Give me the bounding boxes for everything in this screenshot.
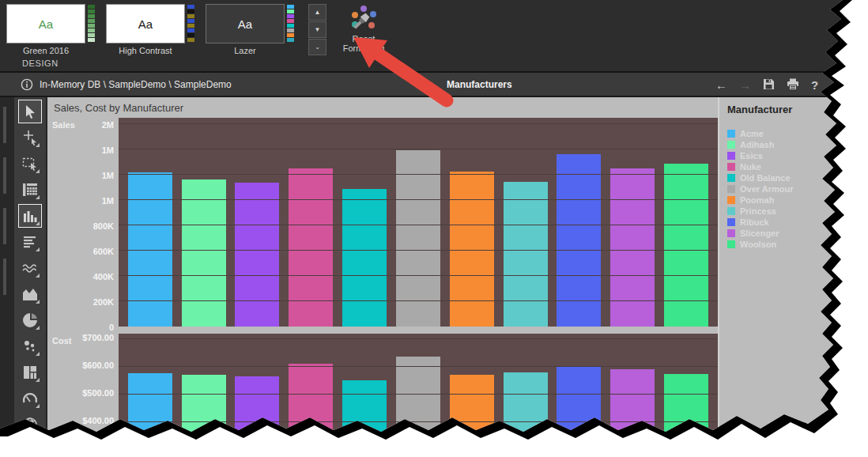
- axis-tick-label: 1M: [102, 145, 114, 155]
- sparkline-tool[interactable]: [18, 256, 42, 280]
- sales-bar-Poomah[interactable]: [450, 172, 494, 327]
- sales-bar-Adihash[interactable]: [182, 179, 226, 327]
- legend-item-Esics[interactable]: Esics: [727, 150, 868, 161]
- print-icon[interactable]: [787, 78, 799, 92]
- theme-preview-text: Aa: [39, 17, 53, 31]
- cost-bar-Ribuck[interactable]: [557, 367, 601, 455]
- legend-swatch: [727, 141, 735, 149]
- gridline: [119, 366, 718, 367]
- swatch: [187, 9, 194, 13]
- reset-formatting-button[interactable]: Reset Formatting: [339, 4, 388, 53]
- rectangle-select-tool[interactable]: [18, 152, 42, 176]
- gauge-tool[interactable]: [18, 387, 42, 410]
- gallery-expand-button[interactable]: ⌄: [308, 39, 326, 55]
- swatch: [187, 5, 194, 9]
- gallery-scroll-down-button[interactable]: ▼: [308, 21, 326, 38]
- area-chart-tool[interactable]: [18, 282, 42, 306]
- gridline: [119, 338, 718, 339]
- legend-item-Poomah[interactable]: Poomah: [727, 195, 868, 206]
- sales-bar-Princess[interactable]: [504, 182, 548, 327]
- cost-bar-Slicenger[interactable]: [610, 369, 655, 455]
- sales-bar-Woolson[interactable]: [664, 164, 708, 327]
- back-icon[interactable]: ←: [715, 79, 727, 91]
- ribbon: Aa Green 2016 Aa High Contrast Aa L: [0, 0, 868, 73]
- page-title: Manufacturers: [447, 79, 512, 90]
- table-tool[interactable]: [18, 178, 42, 202]
- sales-bar-Esics[interactable]: [235, 183, 279, 327]
- window-nav-icons: ← → ?: [715, 73, 818, 97]
- theme-card-lazer[interactable]: Aa Lazer: [206, 4, 285, 58]
- legend-title: Manufacturer: [727, 104, 868, 115]
- swatch: [287, 19, 294, 23]
- sales-y-axis: Sales 0200K400K600K800K1M1M1M2M: [47, 118, 119, 327]
- text-tool[interactable]: [18, 230, 42, 254]
- legend-item-Over Armour[interactable]: Over Armour: [727, 183, 868, 195]
- cost-axis-title: Cost: [52, 336, 71, 346]
- screenshot-stage: Aa Green 2016 Aa High Contrast Aa L: [0, 0, 868, 457]
- dashboard-canvas[interactable]: Sales, Cost by Manufacturer Sales 0200K4…: [46, 97, 718, 455]
- scatter-chart-tool[interactable]: [18, 334, 42, 358]
- legend-swatch: [727, 174, 735, 182]
- swatch: [187, 19, 194, 23]
- cost-bar-Over Armour[interactable]: [396, 357, 440, 455]
- info-icon[interactable]: [21, 78, 33, 91]
- tab-design[interactable]: DESIGN: [22, 59, 58, 68]
- cost-bar-Acme[interactable]: [128, 373, 172, 455]
- swatch: [88, 5, 95, 9]
- theme-label: High Contrast: [106, 43, 185, 58]
- cost-bar-Poomah[interactable]: [450, 375, 494, 455]
- swatch: [187, 14, 194, 18]
- theme-card-high-contrast[interactable]: Aa High Contrast: [106, 4, 185, 58]
- axis-tick-label: 400K: [93, 272, 114, 281]
- axis-tick-label: 800K: [93, 221, 114, 231]
- help-icon[interactable]: ?: [811, 79, 818, 91]
- axis-tick-label: 1M: [102, 196, 114, 206]
- bar-chart-tool[interactable]: [18, 204, 42, 228]
- treemap-tool[interactable]: [18, 361, 42, 384]
- legend-item-Princess[interactable]: Princess: [727, 206, 868, 217]
- cost-bar-Esics[interactable]: [235, 376, 279, 455]
- gridline: [119, 174, 718, 175]
- legend-item-Nuke[interactable]: Nuke: [727, 161, 868, 172]
- legend-item-Acme[interactable]: Acme: [727, 128, 868, 139]
- legend-item-Adihash[interactable]: Adihash: [727, 139, 868, 150]
- swatch: [187, 33, 194, 37]
- breadcrumb[interactable]: In-Memory DB \ SampleDemo \ SampleDemo: [40, 79, 232, 90]
- theme-card-green-2016[interactable]: Aa Green 2016: [6, 4, 85, 58]
- cost-bar-Old Balance[interactable]: [342, 380, 387, 455]
- chart-divider: [47, 327, 718, 334]
- legend-item-Ribuck[interactable]: Ribuck: [727, 217, 868, 228]
- cost-bar-Adihash[interactable]: [182, 375, 226, 455]
- legend-label: Adihash: [740, 140, 774, 149]
- gridline: [119, 199, 718, 200]
- legend-label: Old Balance: [740, 173, 791, 183]
- gridline: [119, 421, 718, 422]
- legend-label: Poomah: [740, 195, 774, 205]
- pie-chart-tool[interactable]: [18, 308, 42, 332]
- breadcrumb-bar: In-Memory DB \ SampleDemo \ SampleDemo M…: [0, 73, 868, 97]
- legend-label: Woolson: [740, 240, 776, 249]
- select-tool[interactable]: [18, 100, 42, 123]
- sales-bar-Nuke[interactable]: [289, 168, 333, 327]
- theme-preview-text: Aa: [138, 17, 153, 31]
- legend-item-Old Balance[interactable]: Old Balance: [727, 172, 868, 183]
- cost-bar-Princess[interactable]: [504, 372, 548, 455]
- forward-icon[interactable]: →: [739, 79, 751, 91]
- point-select-tool[interactable]: [18, 126, 42, 149]
- legend-label: Nuke: [740, 162, 761, 172]
- main-area: Sales, Cost by Manufacturer Sales 0200K4…: [0, 97, 868, 455]
- theme-label: Lazer: [206, 43, 285, 58]
- sales-axis-title: Sales: [52, 120, 75, 130]
- legend-item-Slicenger[interactable]: Slicenger: [727, 228, 868, 239]
- sales-bar-Slicenger[interactable]: [610, 168, 655, 327]
- cost-bar-Woolson[interactable]: [664, 374, 708, 455]
- cost-bar-Nuke[interactable]: [289, 364, 333, 455]
- gridline: [119, 394, 718, 395]
- axis-tick-label: 600K: [93, 247, 114, 256]
- swatch: [287, 24, 294, 28]
- gallery-scroll-up-button[interactable]: ▲: [308, 4, 326, 21]
- legend-item-Woolson[interactable]: Woolson: [727, 239, 868, 250]
- cost-plot-area: [119, 334, 718, 455]
- sales-bar-Old Balance[interactable]: [342, 189, 387, 327]
- save-icon[interactable]: [763, 78, 775, 92]
